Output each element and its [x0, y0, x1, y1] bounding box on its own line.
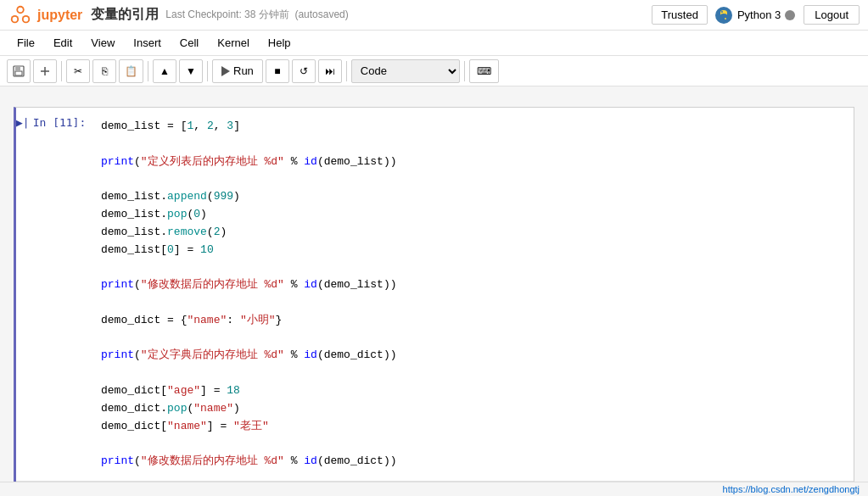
code-line-12: demo_dict = {"name": "小明"}	[101, 312, 854, 330]
save-button[interactable]	[7, 59, 31, 83]
code-line-6: demo_list.pop(0)	[101, 206, 854, 224]
code-line-16: demo_dict["age"] = 18	[101, 382, 854, 400]
menu-help[interactable]: Help	[260, 34, 300, 52]
code-line-5: demo_list.append(999)	[101, 188, 854, 206]
run-indicator-icon: ▶|	[16, 116, 30, 129]
topbar: jupyter 变量的引用 Last Checkpoint: 38 分钟前 (a…	[0, 0, 868, 31]
paste-button[interactable]: 📋	[119, 59, 143, 83]
restart-run-button[interactable]: ⏭	[318, 59, 342, 83]
cut-button[interactable]: ✂	[66, 59, 90, 83]
cell-code-area[interactable]: demo_list = [1, 2, 3] print("定义列表后的内存地址 …	[101, 114, 854, 474]
toolbar-separator-4	[346, 61, 347, 81]
save-icon	[13, 65, 25, 77]
svg-marker-14	[221, 66, 230, 76]
code-line-4	[101, 170, 854, 188]
menu-kernel[interactable]: Kernel	[209, 34, 258, 52]
toolbar-separator-1	[61, 61, 62, 81]
code-line-7: demo_list.remove(2)	[101, 224, 854, 242]
menu-cell[interactable]: Cell	[171, 34, 207, 52]
main-content: ▶| In [11]: demo_list = [1, 2, 3] print(…	[0, 86, 868, 496]
code-line-17: demo_dict.pop("name")	[101, 400, 854, 418]
toolbar: ✂ ⎘ 📋 ▲ ▼ Run ■ ↺ ⏭ Code Markdown Raw NB…	[0, 56, 868, 86]
menu-view[interactable]: View	[82, 34, 123, 52]
python-logo-icon	[714, 6, 733, 25]
add-cell-button[interactable]	[33, 59, 57, 83]
menubar: File Edit View Insert Cell Kernel Help	[0, 31, 868, 56]
svg-rect-10	[15, 66, 20, 70]
svg-point-8	[725, 18, 726, 20]
code-line-10: print("修改数据后的内存地址 %d" % id(demo_list))	[101, 276, 854, 294]
move-down-button[interactable]: ▼	[179, 59, 203, 83]
svg-rect-11	[15, 71, 22, 75]
interrupt-button[interactable]: ■	[266, 59, 289, 83]
toolbar-separator-3	[207, 61, 208, 81]
code-line-8: demo_list[0] = 10	[101, 242, 854, 259]
keyboard-button[interactable]: ⌨	[469, 59, 499, 83]
svg-point-7	[721, 11, 723, 13]
app-name: jupyter	[37, 8, 82, 23]
trusted-button[interactable]: Trusted	[652, 5, 708, 25]
code-line-18: demo_dict["name"] = "老王"	[101, 418, 854, 436]
code-line-1: demo_list = [1, 2, 3]	[101, 118, 854, 136]
code-line-19	[101, 435, 854, 453]
menu-file[interactable]: File	[8, 34, 43, 52]
toolbar-separator-2	[148, 61, 148, 81]
svg-point-3	[18, 7, 23, 12]
logout-button[interactable]: Logout	[804, 5, 860, 25]
move-up-button[interactable]: ▲	[153, 59, 176, 83]
kernel-name: Python 3	[737, 8, 781, 21]
svg-point-4	[13, 16, 18, 21]
menu-insert[interactable]: Insert	[125, 34, 170, 52]
code-cell: ▶| In [11]: demo_list = [1, 2, 3] print(…	[14, 107, 854, 496]
menu-edit[interactable]: Edit	[45, 34, 81, 52]
code-line-20: print("修改数据后的内存地址 %d" % id(demo_dict))	[101, 453, 854, 471]
kernel-indicator: Python 3	[714, 6, 795, 25]
run-button[interactable]: Run	[212, 59, 263, 83]
restart-button[interactable]: ↺	[292, 59, 316, 83]
run-label: Run	[233, 64, 254, 77]
code-line-2	[101, 136, 854, 153]
logo: jupyter	[8, 3, 82, 27]
cell-header: ▶| In [11]: demo_list = [1, 2, 3] print(…	[16, 108, 854, 481]
footer: https://blog.csdn.net/zengdhongtj	[0, 482, 868, 496]
code-line-15	[101, 365, 854, 382]
kernel-status-circle	[785, 10, 795, 20]
code-line-11	[101, 294, 854, 312]
run-icon	[221, 66, 230, 76]
copy-button[interactable]: ⎘	[92, 59, 116, 83]
code-line-3: print("定义列表后的内存地址 %d" % id(demo_list))	[101, 153, 854, 171]
code-line-14: print("定义字典后的内存地址 %d" % id(demo_dict))	[101, 347, 854, 365]
cell-prompt: ▶| In [11]:	[16, 114, 101, 129]
jupyter-logo-icon	[8, 3, 32, 27]
footer-url: https://blog.csdn.net/zengdhongtj	[723, 484, 860, 494]
cell-type-select[interactable]: Code Markdown Raw NBConvert	[351, 59, 460, 83]
code-line-9	[101, 259, 854, 276]
cell-counter: In [11]:	[33, 116, 87, 129]
notebook-title: 变量的引用	[91, 6, 159, 24]
plus-icon	[40, 66, 50, 76]
checkpoint-text: Last Checkpoint: 38 分钟前 (autosaved)	[165, 8, 652, 22]
code-line-13	[101, 330, 854, 348]
toolbar-separator-5	[464, 61, 465, 81]
svg-point-5	[24, 16, 29, 21]
